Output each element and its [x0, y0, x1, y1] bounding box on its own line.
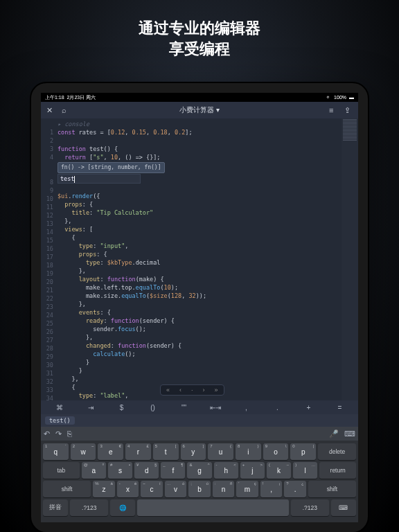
- line-number-gutter: 1234891011121314151617181920212223242526…: [41, 118, 56, 400]
- key-q[interactable]: 1`q: [43, 443, 69, 460]
- list-icon[interactable]: ≡: [329, 106, 337, 114]
- redo-button[interactable]: ↷: [55, 429, 62, 438]
- key-a[interactable]: @ºa: [82, 462, 106, 479]
- key-u[interactable]: 7{u: [208, 443, 233, 460]
- key-delete[interactable]: delete: [318, 443, 356, 460]
- key-o[interactable]: 9\o: [263, 443, 289, 460]
- key-m[interactable]: 'çm: [236, 481, 258, 497]
- key-globe[interactable]: 🌐: [110, 499, 135, 516]
- undo-button[interactable]: ↶: [44, 429, 50, 438]
- symbol-key[interactable]: ⇥: [75, 404, 106, 411]
- symbol-shortcut-row: ⌘⇥$()""⇤⇥,.+=: [41, 400, 358, 414]
- symbol-key[interactable]: +: [293, 404, 324, 411]
- debug-icon[interactable]: ⌕: [62, 106, 70, 114]
- key-i[interactable]: 8}i: [236, 443, 261, 460]
- headline-line2: 享受编程: [0, 39, 399, 60]
- key-x[interactable]: -éx: [117, 481, 139, 497]
- autocomplete-suggestion[interactable]: test(): [45, 416, 75, 425]
- key-f[interactable]: _¶f: [161, 462, 185, 479]
- key-.[interactable]: ?¿.: [284, 481, 306, 497]
- editor-toolbar: ✕ ⌕ 小费计算器 ▾ ≡ ⇪: [41, 102, 358, 118]
- popup-char[interactable]: »: [213, 387, 220, 393]
- symbol-key[interactable]: $: [106, 404, 137, 411]
- symbol-key[interactable]: ⇤⇥: [200, 404, 231, 411]
- key-v[interactable]: …óv: [165, 481, 187, 497]
- battery-percent: 100%: [334, 95, 346, 100]
- keyboard-toolbar: ↶ ↷ ⎘ 🎤 ⌨: [41, 427, 358, 441]
- symbol-key[interactable]: =: [324, 404, 355, 411]
- popup-char[interactable]: ‹: [178, 387, 183, 393]
- close-icon[interactable]: ✕: [46, 106, 55, 114]
- statusbar-time-date: 上午1:18 2月23日 周六: [45, 94, 96, 101]
- code-content[interactable]: ▸ console const rates = [0.12, 0.15, 0.1…: [56, 118, 358, 400]
- key-numsym-right[interactable]: .?123: [291, 499, 329, 516]
- autocomplete-bar: test(): [41, 414, 358, 427]
- key-r[interactable]: 4£r: [125, 443, 151, 460]
- onscreen-keyboard: 1`q2~w3€e4£r5[t6]y7{u8}i9\o0|pdeletetab@…: [41, 441, 358, 522]
- paste-button[interactable]: ⎘: [67, 429, 72, 438]
- ios-statusbar: 上午1:18 2月23日 周六 ᯤ 100% ▬: [41, 93, 358, 102]
- code-editor[interactable]: 1234891011121314151617181920212223242526…: [41, 118, 358, 400]
- key-e[interactable]: 3€e: [98, 443, 123, 460]
- key-z[interactable]: %áz: [93, 481, 115, 497]
- promo-headline: 通过专业的编辑器 享受编程: [0, 0, 399, 73]
- key-w[interactable]: 2~w: [71, 443, 96, 460]
- key-space[interactable]: [137, 499, 289, 516]
- key-s[interactable]: #•s: [108, 462, 132, 479]
- symbol-key[interactable]: .: [262, 404, 293, 411]
- key-pinyin[interactable]: 拼音: [43, 499, 68, 516]
- key-d[interactable]: ¥§d: [134, 462, 159, 479]
- symbol-key[interactable]: ,: [231, 404, 262, 411]
- key-n[interactable]: :ñn: [213, 481, 235, 497]
- ipad-screen: 上午1:18 2月23日 周六 ᯤ 100% ▬ ✕ ⌕ 小费计算器 ▾ ≡ ⇪…: [41, 93, 358, 522]
- statusbar-right: ᯤ 100% ▬: [326, 95, 354, 100]
- key-g[interactable]: &^g: [187, 462, 211, 479]
- share-icon[interactable]: ⇪: [344, 106, 353, 114]
- key-j[interactable]: +>j: [240, 462, 265, 479]
- document-title[interactable]: 小费计算器 ▾: [179, 105, 220, 115]
- key-p[interactable]: 0|p: [290, 443, 316, 460]
- key-return[interactable]: return: [319, 462, 356, 479]
- wifi-icon: ᯤ: [326, 95, 331, 100]
- key-shift-right[interactable]: shift: [308, 481, 356, 497]
- mic-button[interactable]: 🎤: [329, 429, 339, 438]
- popup-char[interactable]: ·: [190, 387, 195, 393]
- headline-line1: 通过专业的编辑器: [0, 18, 399, 39]
- battery-icon: ▬: [349, 95, 354, 100]
- popup-char[interactable]: «: [165, 387, 171, 393]
- minimap[interactable]: [342, 118, 358, 400]
- key-t[interactable]: 5[t: [153, 443, 179, 460]
- key-tab[interactable]: tab: [43, 462, 80, 479]
- key-c[interactable]: ~íc: [141, 481, 163, 497]
- key-h[interactable]: -<h: [214, 462, 238, 479]
- symbol-key[interactable]: ⌘: [44, 404, 75, 411]
- key-shift-left[interactable]: shift: [43, 481, 91, 497]
- key-l[interactable]: )…l: [293, 462, 317, 479]
- key-hide[interactable]: ⌨: [331, 499, 356, 516]
- char-picker-popup[interactable]: «‹·›»: [160, 384, 224, 396]
- symbol-key[interactable]: "": [168, 404, 200, 411]
- ipad-device-frame: 上午1:18 2月23日 周六 ᯤ 100% ▬ ✕ ⌕ 小费计算器 ▾ ≡ ⇪…: [31, 83, 368, 532]
- key-numsym-left[interactable]: .?123: [70, 499, 108, 516]
- key-y[interactable]: 6]y: [181, 443, 206, 460]
- symbol-key[interactable]: (): [137, 404, 168, 411]
- hide-keyboard-button[interactable]: ⌨: [344, 429, 355, 438]
- key-b[interactable]: ;úb: [188, 481, 211, 497]
- key-k[interactable]: (–k: [267, 462, 291, 479]
- popup-char[interactable]: ›: [202, 387, 206, 393]
- key-,[interactable]: !¡,: [260, 481, 283, 497]
